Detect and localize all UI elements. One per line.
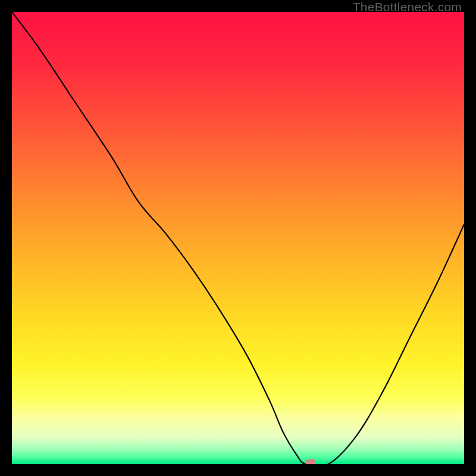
attribution-text: TheBottleneck.com <box>353 0 462 14</box>
plot-area <box>12 12 464 464</box>
chart-frame: TheBottleneck.com <box>0 0 476 476</box>
marker-pill <box>305 459 316 464</box>
bottleneck-curve <box>12 12 464 464</box>
curve-layer <box>12 12 464 464</box>
